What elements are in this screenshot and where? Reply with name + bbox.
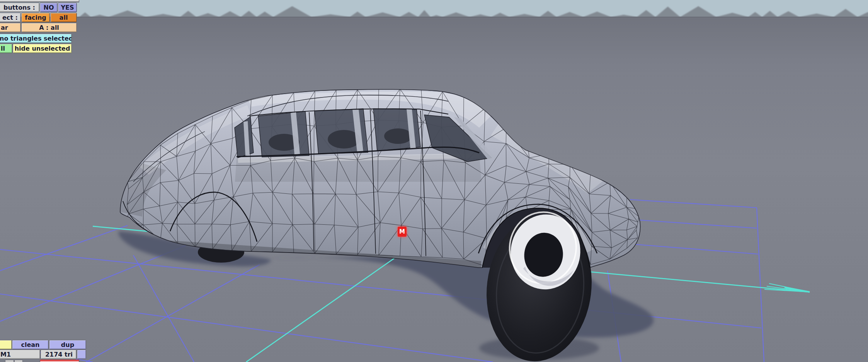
clean-button[interactable]: clean (12, 340, 49, 350)
selection-status: no triangles selected (0, 34, 72, 43)
truncated-bottom-button-1[interactable] (5, 360, 14, 362)
axis-arrowhead (764, 283, 810, 292)
select-label-button[interactable]: ect : (0, 13, 21, 22)
triangle-count: 2174 tri (41, 350, 77, 359)
truncated-bottom-button-2[interactable] (14, 360, 23, 362)
scene-canvas (0, 0, 868, 362)
model-name-button[interactable]: M1 (0, 350, 40, 359)
clear-button[interactable]: ar (0, 23, 21, 32)
show-all-button[interactable]: ll (0, 44, 12, 53)
select-all-button[interactable]: all (50, 13, 77, 22)
yellow-cut-button[interactable] (0, 340, 12, 350)
truncated-button-row[interactable] (0, 0, 79, 2)
select-facing-button[interactable]: facing (21, 13, 50, 22)
hide-unselected-button[interactable]: hide unselected (13, 44, 72, 53)
a-all-button[interactable]: A : all (21, 23, 77, 32)
lavender-spacer-button[interactable] (77, 350, 86, 359)
dup-button[interactable]: dup (49, 340, 86, 350)
material-badge[interactable]: M (398, 227, 407, 237)
buttons-yes-button[interactable]: YES (58, 3, 77, 12)
viewport-3d[interactable]: M buttons : NO YES ect : facing all ar A… (0, 0, 868, 362)
buttons-label-button[interactable]: buttons : (0, 3, 39, 12)
truncated-red-button[interactable] (40, 360, 79, 362)
buttons-no-button[interactable]: NO (40, 3, 58, 12)
